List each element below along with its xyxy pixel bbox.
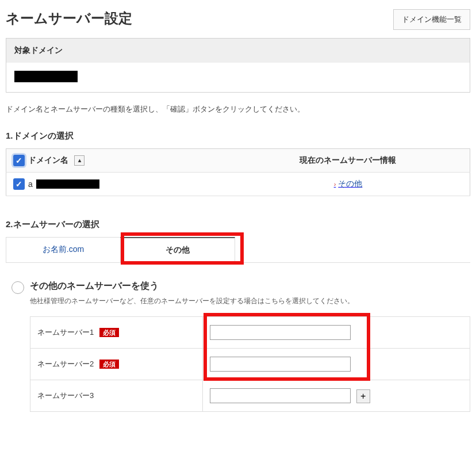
table-row: ✓ a ›その他 <box>6 173 470 196</box>
ns1-input[interactable] <box>210 325 351 340</box>
ns3-label: ネームサーバー3 <box>37 391 94 400</box>
page-title: ネームサーバー設定 <box>6 9 132 28</box>
nameserver-input-table: ネームサーバー1 必須 ネームサーバー2 必須 ネームサーバー3 <box>30 316 470 412</box>
section2-title: 2.ネームサーバーの選択 <box>6 219 470 230</box>
target-domain-value-redacted <box>14 71 78 82</box>
required-badge: 必須 <box>99 328 119 337</box>
other-nameserver-desc: 他社様管理のネームサーバーなど、任意のネームサーバーを設定する場合はこちらを選択… <box>30 296 470 306</box>
domain-column-header: ドメイン名 <box>28 155 68 166</box>
nameserver-tabs: お名前.com その他 <box>6 237 470 263</box>
domain-feature-list-button[interactable]: ドメイン機能一覧 <box>393 9 470 30</box>
select-all-checkbox[interactable]: ✓ <box>13 155 25 166</box>
domain-table: ✓ ドメイン名 ▴ 現在のネームサーバー情報 ✓ a ›その他 <box>6 148 470 196</box>
nameserver-info-link[interactable]: ›その他 <box>334 179 363 188</box>
target-domain-panel: 対象ドメイン <box>6 38 470 93</box>
sort-button[interactable]: ▴ <box>74 155 85 166</box>
nameserver-info-column-header: 現在のネームサーバー情報 <box>227 149 470 173</box>
ns2-label: ネームサーバー2 <box>37 360 94 368</box>
ns2-input[interactable] <box>210 357 351 372</box>
tab-other[interactable]: その他 <box>120 237 235 262</box>
chevron-right-icon: › <box>334 181 336 188</box>
instruction-text: ドメイン名とネームサーバーの種類を選択し、「確認」ボタンをクリックしてください。 <box>6 104 470 114</box>
other-nameserver-title: その他のネームサーバーを使う <box>30 280 159 292</box>
section1-title: 1.ドメインの選択 <box>6 131 470 142</box>
required-badge: 必須 <box>99 360 119 369</box>
domain-name-prefix: a <box>28 179 33 189</box>
tab-onamae[interactable]: お名前.com <box>6 237 121 262</box>
ns1-label: ネームサーバー1 <box>37 328 94 337</box>
other-nameserver-radio[interactable] <box>11 281 24 294</box>
ns3-input[interactable] <box>210 388 351 403</box>
add-nameserver-button[interactable]: + <box>356 389 370 403</box>
domain-name-redacted <box>36 179 99 189</box>
row-checkbox[interactable]: ✓ <box>13 178 25 190</box>
target-domain-label: 対象ドメイン <box>6 39 470 63</box>
